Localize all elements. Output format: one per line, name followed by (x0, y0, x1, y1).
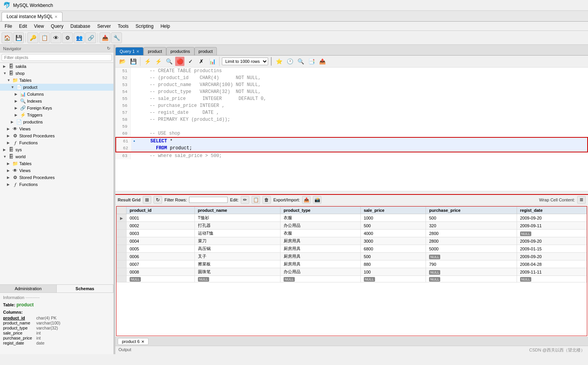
edit-delete-btn[interactable]: 🗑 (262, 196, 271, 204)
toolbar-proc-btn[interactable]: ⚙ (62, 32, 73, 43)
menu-file[interactable]: File (2, 23, 15, 30)
tree-item-views-shop[interactable]: ▶ 👁 Views (0, 125, 113, 132)
sql-open-btn[interactable]: 📂 (118, 57, 127, 66)
editor-hscroll[interactable] (115, 191, 588, 194)
app-title: MySQL Workbench (13, 3, 53, 8)
query-tab-product[interactable]: product (144, 47, 166, 55)
bottom-tab-product6-close[interactable]: ✕ (141, 340, 144, 344)
sql-toggle-btn[interactable]: 📊 (208, 57, 217, 66)
navigator-label: Navigator (3, 46, 21, 51)
filter-box (0, 52, 113, 63)
menu-edit[interactable]: Edit (16, 23, 30, 30)
tree-item-fn-world[interactable]: ▶ 𝑓 Functions (0, 181, 113, 188)
menu-help[interactable]: Help (157, 23, 173, 30)
menu-query[interactable]: Query (48, 23, 67, 30)
tree-item-foreignkeys[interactable]: ▶ 🔗 Foreign Keys (0, 105, 113, 112)
cell-sale_price: NULL (360, 276, 426, 282)
result-table-container[interactable]: product_id product_name product_type sal… (116, 206, 587, 336)
edit-pencil-btn[interactable]: ✏ (241, 196, 249, 204)
toolbar-schema-btn[interactable]: 🔑 (27, 32, 38, 43)
menu-server[interactable]: Server (94, 23, 114, 30)
code-editor[interactable]: 51 -- CREATE TABLE productins 52 -- (pro… (115, 68, 588, 191)
tree-item-sp-shop[interactable]: ▶ ⚙ Stored Procedures (0, 132, 113, 139)
tree-item-productins[interactable]: ▶ 📄 productins (0, 118, 113, 125)
menu-scripting[interactable]: Scripting (132, 23, 157, 30)
tree-item-fn-shop[interactable]: ▶ 𝑓 Functions (0, 139, 113, 146)
result-grid-view-btn[interactable]: ⊞ (143, 196, 151, 204)
export-btn[interactable]: 📤 (302, 196, 311, 204)
sql-sep-2 (219, 57, 220, 66)
instance-tab[interactable]: Local instance MySQL ✕ (2, 12, 63, 21)
tree-item-indexes[interactable]: ▶ 🔍 Indexes (0, 98, 113, 105)
sp-world-arrow: ▶ (7, 176, 11, 179)
col-name-product-id: product_id (3, 316, 34, 320)
col-row-product-id: product_id char(4) PK (3, 316, 110, 320)
sql-sep-1 (140, 57, 140, 66)
sql-star-btn[interactable]: ⭐ (274, 57, 284, 66)
tree-item-product[interactable]: ▼ 📄 product (0, 84, 113, 91)
navigator-refresh-icon[interactable]: ↻ (107, 46, 110, 51)
instance-tab-close[interactable]: ✕ (54, 15, 57, 19)
tree-item-tables-world[interactable]: ▶ 📁 Tables (0, 160, 113, 167)
tab-administration[interactable]: Administration (0, 285, 57, 292)
toolbar-sep-1 (25, 33, 26, 42)
export-import-label: Export/Import: (273, 198, 300, 202)
col-type-sale-price: int (36, 331, 41, 335)
toolbar-view-btn[interactable]: 👁 (51, 32, 61, 43)
sql-history-btn[interactable]: 🕐 (285, 57, 294, 66)
sql-stop-btn[interactable]: 🔴 (175, 57, 184, 66)
sql-format-btn[interactable]: 📑 (307, 57, 316, 66)
sql-execute-btn[interactable]: ⚡ (143, 57, 152, 66)
query-tab-productins[interactable]: productins (166, 47, 194, 55)
sql-search-btn[interactable]: 🔍 (164, 57, 174, 66)
tree-item-sp-world[interactable]: ▶ ⚙ Stored Procedures (0, 174, 113, 181)
sql-save-btn[interactable]: 💾 (128, 57, 138, 66)
sql-export-btn[interactable]: 📤 (318, 57, 327, 66)
th-product-type: product_type (280, 207, 361, 214)
world-arrow: ▼ (3, 155, 7, 159)
shop-arrow: ▼ (3, 71, 7, 75)
main-layout: Navigator ↻ ▶ 🗄 sakila ▼ 🗄 shop ▼ 📁 (0, 45, 588, 354)
wrap-cell-btn[interactable]: ≡ (577, 196, 586, 204)
result-form-view-btn[interactable]: ↻ (154, 196, 162, 204)
toolbar-export-btn[interactable]: 🔧 (111, 32, 122, 43)
tree-item-shop[interactable]: ▼ 🗄 shop (0, 70, 113, 77)
filter-rows-input[interactable] (189, 197, 228, 203)
toolbar-table-btn[interactable]: 📋 (39, 32, 50, 43)
tree-item-columns[interactable]: ▶ 📊 Columns (0, 91, 113, 98)
sql-execute-sel-btn[interactable]: ⚡ (154, 57, 163, 66)
sql-toolbar: 📂 💾 ⚡ ⚡ 🔍 🔴 ✓ ✗ 📊 Limit to 1000 rows ⭐ 🕐… (115, 56, 588, 68)
import-btn[interactable]: 📸 (313, 196, 321, 204)
menu-tools[interactable]: Tools (115, 23, 132, 30)
toolbar-save-btn[interactable]: 💾 (13, 32, 24, 43)
world-icon: 🗄 (8, 154, 14, 159)
tree-item-sakila[interactable]: ▶ 🗄 sakila (0, 63, 113, 70)
toolbar-import-btn[interactable]: 📥 (100, 32, 110, 43)
sql-zoom-in-btn[interactable]: 🔍 (296, 57, 305, 66)
edit-copy-btn[interactable]: 📋 (252, 196, 260, 204)
tree-item-tables[interactable]: ▼ 📁 Tables (0, 77, 113, 84)
menu-database[interactable]: Database (68, 23, 93, 30)
table-row: 0007擦菜板厨房用具8807902008-04-28 (117, 260, 587, 268)
query-tab-product2[interactable]: product (194, 47, 217, 55)
bottom-tab-product6[interactable]: product 6 ✕ (118, 338, 149, 345)
toolbar-conn-btn[interactable]: 🔗 (85, 32, 96, 43)
sql-rollback-btn[interactable]: ✗ (197, 57, 206, 66)
toolbar-users-btn[interactable]: 👥 (74, 32, 84, 43)
query-tab-1-close[interactable]: ✕ (136, 49, 139, 54)
tab-schemas[interactable]: Schemas (57, 285, 113, 292)
cell-product_id: 0006 (127, 253, 195, 260)
toolbar-home-btn[interactable]: 🏠 (2, 32, 12, 43)
tree-item-triggers[interactable]: ▶ ⚡ Triggers (0, 112, 113, 118)
tree-item-world[interactable]: ▼ 🗄 world (0, 153, 113, 160)
menu-view[interactable]: View (31, 23, 47, 30)
tree-item-sys[interactable]: ▶ 🗄 sys (0, 146, 113, 153)
world-label: world (15, 154, 25, 159)
limit-rows-select[interactable]: Limit to 1000 rows (222, 57, 268, 65)
filter-objects-input[interactable] (2, 54, 112, 61)
th-regist-date: regist_date (517, 207, 586, 214)
tree-item-views-world[interactable]: ▶ 👁 Views (0, 167, 113, 174)
sql-commit-btn[interactable]: ✓ (186, 57, 195, 66)
columns-label: Columns (27, 92, 44, 96)
query-tab-1[interactable]: Query 1 ✕ (115, 47, 144, 55)
